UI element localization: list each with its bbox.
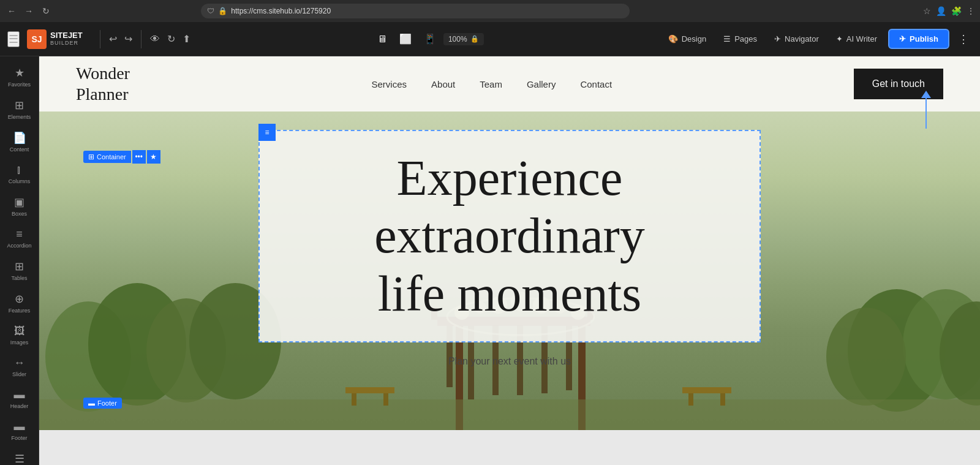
arrow-head	[921, 91, 931, 98]
sidebar-slider-label: Slider	[12, 371, 26, 377]
editor-toolbar: ☰ SJ SITEJET BUILDER ↩ ↪ 👁 ↻ ⬆ 🖥 ⬜ 📱 100…	[0, 22, 980, 56]
profile-icon[interactable]: 👤	[936, 6, 946, 16]
container-star-button[interactable]: ★	[147, 150, 160, 164]
lock-icon: 🔒	[218, 7, 227, 15]
sidebar-item-boxes[interactable]: ▣ Boxes	[2, 191, 37, 222]
hero-title-line1: Experience extraordinary	[374, 150, 645, 263]
sidebar-elements-label: Elements	[8, 114, 31, 120]
hero-title: Experience extraordinary life moments	[290, 149, 729, 323]
zoom-control[interactable]: 100% 🔒	[443, 33, 484, 45]
sidebar-item-accordion[interactable]: ≡ Accordion	[2, 223, 37, 254]
extensions-icon[interactable]: 🧩	[951, 6, 962, 16]
nav-gallery[interactable]: Gallery	[527, 79, 556, 89]
more-menu-button[interactable]: ⋮	[954, 29, 973, 50]
zoom-value: 100%	[448, 35, 467, 43]
lock-icon: 🔒	[470, 35, 479, 43]
svg-rect-30	[383, 393, 388, 406]
hero-title-line2: life moments	[378, 266, 641, 322]
sidebar-columns-label: Columns	[9, 178, 31, 184]
footer-icon: ▬	[14, 420, 25, 433]
sidebar-item-footer[interactable]: ▬ Footer	[2, 415, 37, 446]
canvas-area[interactable]: Wonder Planner Services About Team Galle…	[39, 56, 980, 465]
tablet-view-button[interactable]: ⬜	[394, 29, 417, 48]
hero-content: ≡ Experience extraordinary life moments …	[39, 112, 980, 379]
sitejet-logo: SJ SITEJET BUILDER	[27, 29, 83, 49]
publish-button[interactable]: ✈ Publish	[888, 29, 949, 49]
mobile-view-button[interactable]: 📱	[419, 29, 441, 48]
container-grid-icon: ⊞	[88, 153, 94, 161]
site-logo: Wonder Planner	[76, 63, 130, 104]
footer-label-overlay[interactable]: ▬ Footer	[83, 398, 122, 409]
footer-bar-icon: ▬	[88, 399, 95, 407]
security-shield-icon: 🛡	[207, 7, 214, 15]
share-button[interactable]: ⬆	[179, 29, 194, 48]
design-button[interactable]: 🎨 Design	[662, 31, 712, 47]
navigator-button[interactable]: ✈ Navigator	[768, 31, 825, 47]
bookmark-icon[interactable]: ☆	[923, 6, 931, 16]
browser-forward-button[interactable]: →	[22, 4, 36, 18]
elements-icon: ⊞	[15, 99, 24, 112]
editor-main: ★ Favorites ⊞ Elements 📄 Content ⫿ Colum…	[0, 56, 980, 465]
refresh-button[interactable]: ↻	[164, 29, 179, 48]
hero-text-box[interactable]: ≡ Experience extraordinary life moments	[258, 130, 761, 342]
undo-button[interactable]: ↩	[105, 29, 121, 48]
browser-url-bar[interactable]: 🛡 🔒 https://cms.sitehub.io/1275920	[201, 4, 630, 18]
sidebar-item-header[interactable]: ▬ Header	[2, 384, 37, 414]
browser-url-text: https://cms.sitehub.io/1275920	[231, 7, 331, 15]
footer-label-text: Footer	[97, 399, 117, 407]
redo-button[interactable]: ↪	[121, 29, 136, 48]
content-icon: 📄	[13, 131, 26, 145]
arrow-line	[925, 98, 927, 129]
svg-rect-27	[39, 399, 980, 430]
ai-writer-icon: ✦	[836, 34, 843, 43]
accordion-icon: ≡	[16, 228, 23, 241]
sidebar-item-images[interactable]: 🖼 Images	[2, 320, 37, 350]
container-label: ⊞ Container	[83, 151, 131, 163]
site-preview: Wonder Planner Services About Team Galle…	[39, 56, 980, 430]
menu-dots-icon[interactable]: ⋮	[967, 6, 975, 16]
sidebar-item-elements[interactable]: ⊞ Elements	[2, 94, 37, 125]
site-header: Wonder Planner Services About Team Galle…	[39, 56, 980, 112]
logo-letter: SJ	[31, 34, 42, 44]
ai-writer-button[interactable]: ✦ AI Writer	[830, 31, 883, 47]
columns-icon: ⫿	[17, 164, 22, 176]
nav-contact[interactable]: Contact	[580, 79, 612, 89]
nav-team[interactable]: Team	[480, 79, 502, 89]
hero-section: ≡ Experience extraordinary life moments …	[39, 112, 980, 430]
svg-rect-28	[345, 387, 394, 393]
browser-back-button[interactable]: ←	[5, 4, 18, 18]
site-navigation: Services About Team Gallery Contact	[372, 79, 612, 89]
sidebar-footer-label: Footer	[11, 435, 27, 441]
desktop-view-button[interactable]: 🖥	[372, 30, 392, 48]
sidebar-item-forms[interactable]: ☰ Forms	[2, 447, 37, 465]
sidebar-item-columns[interactable]: ⫿ Columns	[2, 159, 37, 189]
left-sidebar: ★ Favorites ⊞ Elements 📄 Content ⫿ Colum…	[0, 56, 39, 465]
logo-line1: Wonder	[76, 64, 130, 83]
star-icon: ★	[15, 66, 24, 80]
boxes-icon: ▣	[14, 195, 24, 209]
svg-rect-33	[720, 393, 725, 406]
pages-button[interactable]: ☰ Pages	[717, 31, 763, 47]
publish-label: Publish	[910, 34, 938, 43]
images-icon: 🖼	[14, 325, 25, 338]
sidebar-item-tables[interactable]: ⊞ Tables	[2, 255, 37, 286]
slider-icon: ↔	[14, 357, 25, 369]
preview-button[interactable]: 👁	[146, 30, 164, 48]
sidebar-item-content[interactable]: 📄 Content	[2, 126, 37, 157]
hamburger-menu-button[interactable]: ☰	[7, 31, 20, 47]
toolbar-separator-2	[141, 30, 141, 48]
toolbar-right-actions: 🎨 Design ☰ Pages ✈ Navigator ✦ AI Writer…	[662, 29, 973, 50]
sidebar-item-favorites[interactable]: ★ Favorites	[2, 61, 37, 93]
sidebar-item-features[interactable]: ⊕ Features	[2, 287, 37, 319]
logo-text: SITEJET BUILDER	[50, 31, 83, 46]
sidebar-boxes-label: Boxes	[12, 211, 27, 217]
sidebar-item-slider[interactable]: ↔ Slider	[2, 352, 37, 382]
navigator-icon: ✈	[774, 34, 781, 43]
sidebar-content-label: Content	[10, 146, 29, 153]
browser-refresh-button[interactable]: ↻	[39, 4, 53, 18]
svg-rect-29	[352, 393, 356, 406]
container-more-button[interactable]: •••	[132, 150, 146, 164]
logo-icon: SJ	[27, 29, 47, 49]
nav-services[interactable]: Services	[372, 79, 407, 89]
nav-about[interactable]: About	[431, 79, 455, 89]
